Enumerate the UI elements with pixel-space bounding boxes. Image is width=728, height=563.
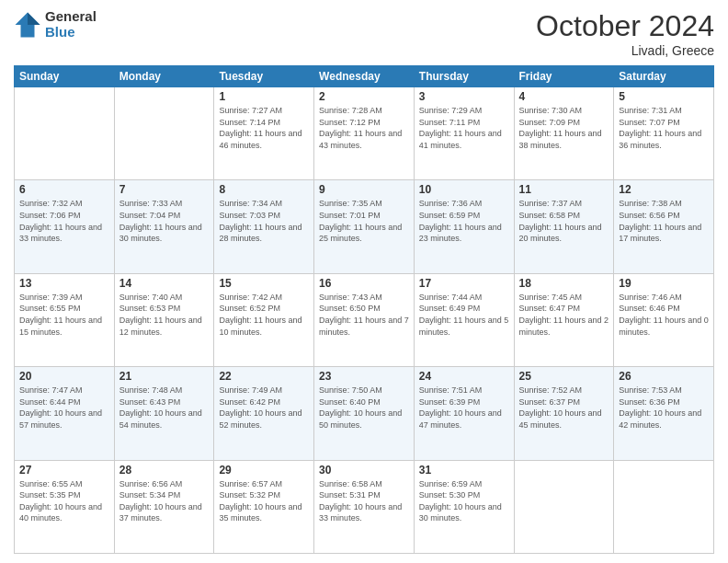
- day-number: 23: [319, 370, 409, 383]
- day-info: Sunrise: 7:46 AM Sunset: 6:46 PM Dayligh…: [619, 292, 709, 338]
- calendar-cell: 22Sunrise: 7:49 AM Sunset: 6:42 PM Dayli…: [214, 367, 314, 460]
- day-number: 15: [219, 277, 309, 290]
- weekday-header-friday: Friday: [514, 66, 614, 87]
- day-info: Sunrise: 7:45 AM Sunset: 6:47 PM Dayligh…: [519, 292, 609, 338]
- day-number: 27: [19, 464, 109, 477]
- logo-text: General Blue: [45, 9, 97, 40]
- calendar-cell: [514, 460, 614, 553]
- day-number: 31: [419, 464, 509, 477]
- calendar-week-4: 20Sunrise: 7:47 AM Sunset: 6:44 PM Dayli…: [15, 367, 714, 460]
- calendar-cell: 19Sunrise: 7:46 AM Sunset: 6:46 PM Dayli…: [614, 273, 714, 366]
- calendar-cell: 27Sunrise: 6:55 AM Sunset: 5:35 PM Dayli…: [15, 460, 115, 553]
- day-info: Sunrise: 7:31 AM Sunset: 7:07 PM Dayligh…: [619, 105, 709, 151]
- calendar-cell: 13Sunrise: 7:39 AM Sunset: 6:55 PM Dayli…: [15, 273, 115, 366]
- calendar-cell: 15Sunrise: 7:42 AM Sunset: 6:52 PM Dayli…: [214, 273, 314, 366]
- logo: General Blue: [14, 9, 97, 40]
- day-info: Sunrise: 7:34 AM Sunset: 7:03 PM Dayligh…: [219, 198, 309, 244]
- calendar-cell: 16Sunrise: 7:43 AM Sunset: 6:50 PM Dayli…: [314, 273, 415, 366]
- day-info: Sunrise: 7:48 AM Sunset: 6:43 PM Dayligh…: [119, 385, 210, 431]
- day-number: 26: [619, 370, 709, 383]
- calendar-week-1: 1Sunrise: 7:27 AM Sunset: 7:14 PM Daylig…: [15, 87, 714, 180]
- calendar-cell: [114, 87, 214, 180]
- calendar-cell: [15, 87, 115, 180]
- day-info: Sunrise: 7:28 AM Sunset: 7:12 PM Dayligh…: [319, 105, 409, 151]
- day-number: 18: [519, 277, 609, 290]
- logo-blue-label: Blue: [45, 25, 97, 40]
- day-number: 21: [119, 370, 210, 383]
- weekday-header-monday: Monday: [114, 66, 214, 87]
- day-info: Sunrise: 7:36 AM Sunset: 6:59 PM Dayligh…: [419, 198, 509, 244]
- day-info: Sunrise: 7:50 AM Sunset: 6:40 PM Dayligh…: [319, 385, 409, 431]
- calendar-cell: 20Sunrise: 7:47 AM Sunset: 6:44 PM Dayli…: [15, 367, 115, 460]
- day-number: 11: [519, 183, 609, 196]
- calendar-table: SundayMondayTuesdayWednesdayThursdayFrid…: [14, 65, 714, 554]
- day-info: Sunrise: 7:44 AM Sunset: 6:49 PM Dayligh…: [419, 292, 509, 338]
- day-number: 10: [419, 183, 509, 196]
- calendar-cell: 23Sunrise: 7:50 AM Sunset: 6:40 PM Dayli…: [314, 367, 415, 460]
- day-number: 30: [319, 464, 409, 477]
- calendar-week-3: 13Sunrise: 7:39 AM Sunset: 6:55 PM Dayli…: [15, 273, 714, 366]
- day-number: 25: [519, 370, 609, 383]
- calendar-cell: 28Sunrise: 6:56 AM Sunset: 5:34 PM Dayli…: [114, 460, 214, 553]
- day-info: Sunrise: 6:59 AM Sunset: 5:30 PM Dayligh…: [419, 478, 509, 524]
- weekday-header-tuesday: Tuesday: [214, 66, 314, 87]
- calendar-week-5: 27Sunrise: 6:55 AM Sunset: 5:35 PM Dayli…: [15, 460, 714, 553]
- calendar-cell: 4Sunrise: 7:30 AM Sunset: 7:09 PM Daylig…: [514, 87, 614, 180]
- day-info: Sunrise: 7:42 AM Sunset: 6:52 PM Dayligh…: [219, 292, 309, 338]
- day-info: Sunrise: 7:29 AM Sunset: 7:11 PM Dayligh…: [419, 105, 509, 151]
- day-number: 22: [219, 370, 309, 383]
- weekday-header-sunday: Sunday: [15, 66, 115, 87]
- day-info: Sunrise: 7:33 AM Sunset: 7:04 PM Dayligh…: [119, 198, 210, 244]
- logo-general-label: General: [45, 9, 97, 25]
- day-number: 6: [19, 183, 109, 196]
- day-number: 2: [319, 90, 409, 103]
- day-number: 4: [519, 90, 609, 103]
- day-number: 17: [419, 277, 509, 290]
- day-info: Sunrise: 7:38 AM Sunset: 6:56 PM Dayligh…: [619, 198, 709, 244]
- calendar-cell: 31Sunrise: 6:59 AM Sunset: 5:30 PM Dayli…: [414, 460, 514, 553]
- calendar-cell: 29Sunrise: 6:57 AM Sunset: 5:32 PM Dayli…: [214, 460, 314, 553]
- calendar-cell: 9Sunrise: 7:35 AM Sunset: 7:01 PM Daylig…: [314, 180, 415, 273]
- day-info: Sunrise: 7:27 AM Sunset: 7:14 PM Dayligh…: [219, 105, 309, 151]
- calendar-cell: 6Sunrise: 7:32 AM Sunset: 7:06 PM Daylig…: [15, 180, 115, 273]
- title-block: October 2024 Livadi, Greece: [536, 9, 714, 58]
- day-info: Sunrise: 7:47 AM Sunset: 6:44 PM Dayligh…: [19, 385, 109, 431]
- calendar-cell: 1Sunrise: 7:27 AM Sunset: 7:14 PM Daylig…: [214, 87, 314, 180]
- day-info: Sunrise: 7:32 AM Sunset: 7:06 PM Dayligh…: [19, 198, 109, 244]
- day-info: Sunrise: 7:35 AM Sunset: 7:01 PM Dayligh…: [319, 198, 409, 244]
- weekday-header-wednesday: Wednesday: [314, 66, 415, 87]
- weekday-header-saturday: Saturday: [614, 66, 714, 87]
- day-info: Sunrise: 7:37 AM Sunset: 6:58 PM Dayligh…: [519, 198, 609, 244]
- day-info: Sunrise: 7:40 AM Sunset: 6:53 PM Dayligh…: [119, 292, 210, 338]
- calendar-cell: 8Sunrise: 7:34 AM Sunset: 7:03 PM Daylig…: [214, 180, 314, 273]
- day-number: 3: [419, 90, 509, 103]
- day-info: Sunrise: 7:39 AM Sunset: 6:55 PM Dayligh…: [19, 292, 109, 338]
- svg-marker-1: [28, 12, 40, 25]
- day-number: 7: [119, 183, 210, 196]
- calendar-cell: 17Sunrise: 7:44 AM Sunset: 6:49 PM Dayli…: [414, 273, 514, 366]
- day-number: 1: [219, 90, 309, 103]
- location-label: Livadi, Greece: [536, 43, 714, 58]
- calendar-cell: 2Sunrise: 7:28 AM Sunset: 7:12 PM Daylig…: [314, 87, 415, 180]
- page: General Blue October 2024 Livadi, Greece…: [0, 0, 728, 563]
- month-title: October 2024: [536, 9, 714, 43]
- day-number: 24: [419, 370, 509, 383]
- calendar-cell: 3Sunrise: 7:29 AM Sunset: 7:11 PM Daylig…: [414, 87, 514, 180]
- day-info: Sunrise: 6:57 AM Sunset: 5:32 PM Dayligh…: [219, 478, 309, 524]
- day-info: Sunrise: 6:58 AM Sunset: 5:31 PM Dayligh…: [319, 478, 409, 524]
- day-number: 14: [119, 277, 210, 290]
- calendar-cell: 5Sunrise: 7:31 AM Sunset: 7:07 PM Daylig…: [614, 87, 714, 180]
- calendar-cell: 11Sunrise: 7:37 AM Sunset: 6:58 PM Dayli…: [514, 180, 614, 273]
- day-info: Sunrise: 6:56 AM Sunset: 5:34 PM Dayligh…: [119, 478, 210, 524]
- weekday-header-thursday: Thursday: [414, 66, 514, 87]
- calendar-cell: 30Sunrise: 6:58 AM Sunset: 5:31 PM Dayli…: [314, 460, 415, 553]
- day-number: 29: [219, 464, 309, 477]
- day-number: 8: [219, 183, 309, 196]
- calendar-cell: 12Sunrise: 7:38 AM Sunset: 6:56 PM Dayli…: [614, 180, 714, 273]
- day-number: 5: [619, 90, 709, 103]
- header: General Blue October 2024 Livadi, Greece: [14, 9, 714, 58]
- day-info: Sunrise: 7:52 AM Sunset: 6:37 PM Dayligh…: [519, 385, 609, 431]
- day-info: Sunrise: 7:51 AM Sunset: 6:39 PM Dayligh…: [419, 385, 509, 431]
- calendar-cell: 21Sunrise: 7:48 AM Sunset: 6:43 PM Dayli…: [114, 367, 214, 460]
- day-info: Sunrise: 7:43 AM Sunset: 6:50 PM Dayligh…: [319, 292, 409, 338]
